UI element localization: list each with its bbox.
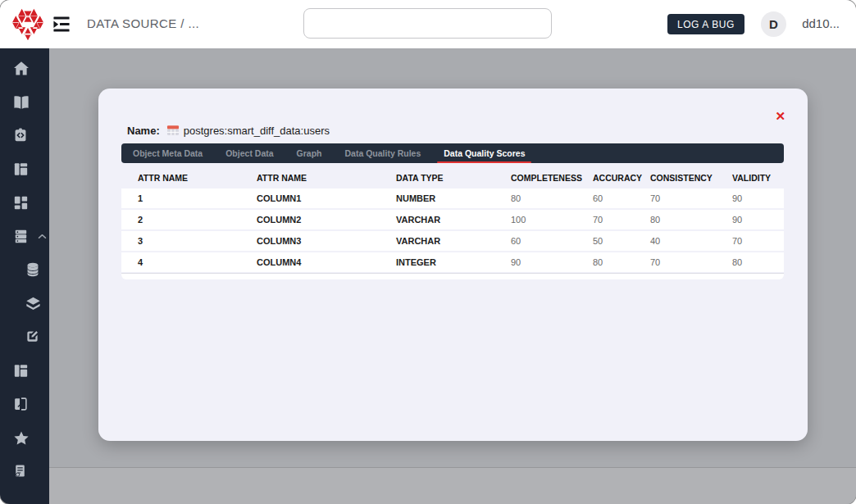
- column-header: VALIDITY: [732, 173, 784, 183]
- name-label: Name:: [127, 125, 160, 137]
- column-header: CONSISTENCY: [650, 173, 732, 183]
- sidebar-item-code[interactable]: [0, 119, 49, 152]
- breadcrumb[interactable]: DATA SOURCE / ...: [87, 16, 199, 30]
- table-cell: COLUMN3: [257, 236, 396, 246]
- table-header: ATTR NAMEATTR NAMEDATA TYPECOMPLETENESSA…: [121, 167, 784, 188]
- dashboard-blocks-icon: [11, 193, 31, 213]
- table-cell: VARCHAR: [396, 215, 511, 225]
- table-cell: 1: [138, 193, 257, 203]
- table-cell: 70: [650, 193, 732, 203]
- book-compare-icon: [11, 395, 31, 415]
- table-cell: 90: [732, 193, 784, 203]
- table-cell: 2: [138, 215, 257, 225]
- table-cell: 50: [593, 236, 650, 246]
- column-header: ACCURACY: [593, 173, 650, 183]
- sidebar-item-favorites[interactable]: [0, 421, 49, 455]
- table-cell: 80: [511, 193, 593, 203]
- table-body: 1COLUMN1NUMBER806070902COLUMN2VARCHAR100…: [121, 188, 784, 274]
- close-icon[interactable]: ✕: [775, 110, 785, 122]
- tab-graph[interactable]: Graph: [285, 143, 334, 163]
- table-cell: 60: [593, 193, 650, 203]
- sidebar-item-home[interactable]: [0, 52, 49, 85]
- audit-notes-icon: [11, 462, 31, 482]
- table-cell: 60: [511, 236, 593, 246]
- table-cell: INTEGER: [396, 257, 511, 267]
- column-header: ATTR NAME: [138, 173, 257, 183]
- table-cell: 70: [650, 257, 732, 267]
- table-cell: 70: [593, 215, 650, 225]
- main-area: ✕ Name: postgres:smart_diff_data:users O…: [49, 48, 856, 504]
- table-cell: COLUMN4: [257, 257, 396, 267]
- layers-icon: [24, 294, 43, 314]
- table-row[interactable]: 1COLUMN1NUMBER80607090: [121, 188, 784, 208]
- layout-panels-icon: [11, 160, 31, 179]
- server-rack-icon: [11, 227, 31, 247]
- tab-bar: Object Meta DataObject DataGraphData Qua…: [121, 143, 784, 163]
- app-window: DATA SOURCE / ... LOG A BUG D dd10... ✕ …: [0, 0, 856, 504]
- book-icon: [11, 93, 31, 112]
- sidebar-item-layers[interactable]: [0, 287, 49, 320]
- home-icon: [11, 59, 31, 79]
- chevron-up-icon[interactable]: [36, 230, 49, 243]
- table-cell: 70: [732, 236, 784, 246]
- sidebar-item-compare[interactable]: [0, 388, 49, 421]
- top-bar: DATA SOURCE / ... LOG A BUG D dd10...: [0, 0, 856, 48]
- sidebar-item-catalog[interactable]: [0, 85, 49, 119]
- object-name-value: postgres:smart_diff_data:users: [184, 125, 330, 137]
- sidebar-item-data-sources[interactable]: [0, 220, 49, 253]
- tab-object-data[interactable]: Object Data: [214, 143, 285, 163]
- horizontal-scrollbar[interactable]: [121, 273, 784, 279]
- object-name-row: Name: postgres:smart_diff_data:users: [127, 124, 330, 137]
- lower-background: [49, 468, 856, 504]
- search-input[interactable]: [303, 8, 552, 39]
- table-cell: VARCHAR: [396, 236, 511, 246]
- table-row[interactable]: 2COLUMN2VARCHAR100708090: [121, 210, 784, 229]
- table-cell: 80: [650, 215, 732, 225]
- column-header: DATA TYPE: [396, 173, 511, 183]
- sidebar-item-panels-2[interactable]: [0, 354, 49, 388]
- tab-object-meta-data[interactable]: Object Meta Data: [121, 143, 214, 163]
- table-cell: 90: [511, 257, 593, 267]
- column-header: ATTR NAME: [257, 173, 396, 183]
- table-cell: 100: [511, 215, 593, 225]
- sidebar-item-audit[interactable]: [0, 455, 49, 488]
- sidebar-item-dashboard[interactable]: [0, 186, 49, 220]
- layout-panels-icon: [11, 361, 31, 381]
- table-cell: 80: [732, 257, 784, 267]
- column-header: COMPLETENESS: [511, 173, 593, 183]
- table-row[interactable]: 3COLUMN3VARCHAR60504070: [121, 231, 784, 251]
- app-logo-icon[interactable]: [11, 7, 45, 42]
- table-cell: 80: [593, 257, 650, 267]
- sidebar-item-panels[interactable]: [0, 152, 49, 186]
- username[interactable]: dd10...: [802, 16, 840, 30]
- database-icon: [24, 261, 43, 280]
- menu-toggle-icon[interactable]: [49, 13, 74, 35]
- code-badge-icon: [11, 126, 31, 146]
- table-cell: 90: [732, 215, 784, 225]
- log-a-bug-button[interactable]: LOG A BUG: [667, 14, 744, 34]
- sidebar: [0, 48, 49, 504]
- table-cell: COLUMN1: [257, 193, 396, 203]
- tab-data-quality-rules[interactable]: Data Quality Rules: [333, 143, 432, 163]
- table-icon: [166, 124, 180, 137]
- sidebar-item-edit[interactable]: [0, 320, 49, 354]
- tab-data-quality-scores[interactable]: Data Quality Scores: [432, 143, 536, 163]
- avatar[interactable]: D: [761, 11, 786, 37]
- sidebar-item-database[interactable]: [0, 253, 49, 287]
- table-cell: COLUMN2: [257, 215, 396, 225]
- table-cell: 40: [650, 236, 732, 246]
- table-row[interactable]: 4COLUMN4INTEGER90807080: [121, 252, 784, 272]
- table-cell: 4: [138, 257, 257, 267]
- object-detail-modal: ✕ Name: postgres:smart_diff_data:users O…: [98, 89, 808, 441]
- table-cell: NUMBER: [396, 193, 511, 203]
- table-cell: 3: [138, 236, 257, 246]
- star-icon: [11, 429, 31, 448]
- edit-square-icon: [24, 328, 43, 347]
